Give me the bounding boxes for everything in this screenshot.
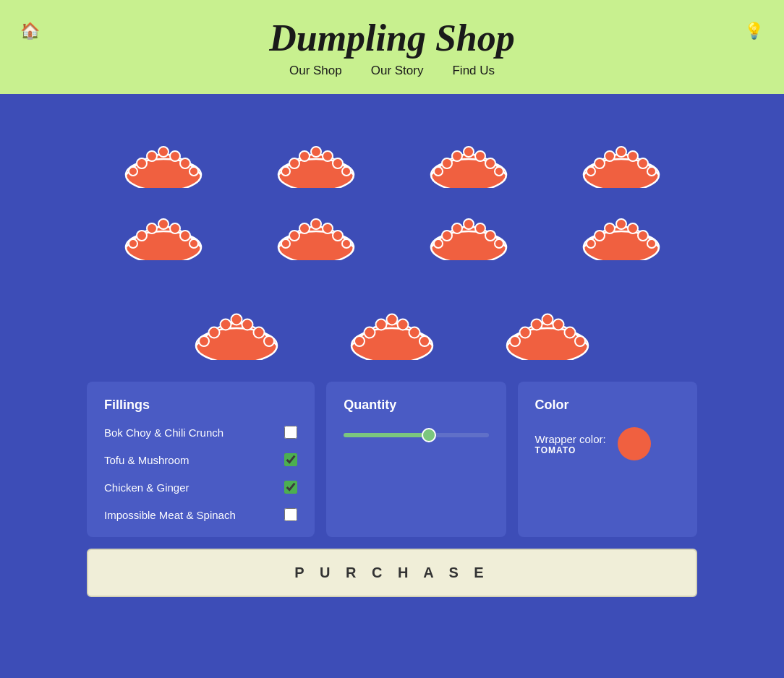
svg-point-83 — [354, 336, 365, 346]
site-header: 🏠 Dumpling Shop Our Shop Our Story Find … — [0, 0, 784, 94]
svg-point-22 — [452, 151, 462, 161]
svg-point-94 — [531, 319, 542, 330]
color-name-label: TOMATO — [535, 445, 606, 455]
purchase-button[interactable]: P U R C H A S E — [87, 549, 697, 597]
fillings-panel: Fillings Bok Choy & Chili Crunch Tofu & … — [87, 382, 315, 537]
svg-point-67 — [605, 223, 615, 233]
filling-checkbox-2[interactable] — [284, 481, 297, 494]
main-content: Fillings Bok Choy & Chili Crunch Tofu & … — [0, 94, 784, 619]
dumpling-item — [545, 130, 697, 188]
dumpling-item — [392, 202, 545, 260]
svg-point-52 — [333, 231, 343, 241]
filling-label-2: Chicken & Ginger — [104, 481, 189, 494]
svg-point-13 — [299, 151, 310, 161]
filling-checkbox-0[interactable] — [284, 426, 297, 439]
svg-point-44 — [189, 239, 198, 248]
svg-point-98 — [575, 336, 585, 346]
filling-item-3: Impossible Meat & Spinach — [104, 508, 297, 521]
svg-point-51 — [323, 223, 333, 233]
svg-point-88 — [409, 327, 419, 338]
svg-point-85 — [375, 319, 386, 330]
color-wrapper-label: Wrapper color: — [535, 433, 606, 445]
nav-our-shop[interactable]: Our Shop — [289, 64, 342, 78]
svg-point-38 — [129, 239, 137, 248]
color-row: Wrapper color: TOMATO — [535, 427, 680, 460]
svg-point-11 — [281, 167, 290, 176]
svg-point-30 — [595, 158, 605, 168]
svg-point-53 — [342, 239, 351, 248]
fillings-title: Fillings — [104, 398, 297, 413]
nav-our-story[interactable]: Our Story — [371, 64, 424, 78]
filling-item-0: Bok Choy & Chili Crunch — [104, 426, 297, 439]
filling-checkbox-3[interactable] — [284, 508, 297, 521]
svg-point-17 — [342, 167, 351, 176]
svg-point-60 — [475, 223, 485, 233]
svg-point-70 — [638, 231, 648, 241]
svg-point-65 — [587, 239, 595, 248]
dumpling-item — [545, 202, 697, 260]
svg-point-12 — [289, 158, 299, 168]
svg-point-14 — [311, 147, 321, 157]
dumpling-item — [392, 130, 545, 188]
svg-point-32 — [616, 147, 626, 157]
svg-point-48 — [289, 231, 299, 241]
settings-icon[interactable]: 💡 — [744, 22, 764, 40]
svg-point-31 — [605, 151, 615, 161]
svg-point-76 — [221, 319, 231, 330]
svg-point-29 — [587, 167, 595, 176]
svg-point-47 — [281, 239, 290, 248]
color-text-group: Wrapper color: TOMATO — [535, 433, 606, 455]
svg-point-39 — [137, 231, 147, 241]
filling-label-0: Bok Choy & Chili Crunch — [104, 426, 223, 439]
svg-point-3 — [137, 158, 147, 168]
svg-point-15 — [323, 151, 333, 161]
quantity-title: Quantity — [344, 398, 488, 413]
svg-point-77 — [231, 314, 242, 325]
svg-point-86 — [386, 314, 397, 325]
color-title: Color — [535, 398, 680, 413]
quantity-slider-container — [344, 427, 488, 440]
svg-point-61 — [485, 231, 495, 241]
color-panel: Color Wrapper color: TOMATO — [518, 382, 697, 537]
quantity-panel: Quantity — [326, 382, 506, 537]
dumplings-row3 — [87, 296, 697, 360]
svg-point-87 — [397, 319, 408, 330]
svg-point-43 — [180, 231, 190, 241]
nav-find-us[interactable]: Find Us — [452, 64, 495, 78]
dumplings-grid-row1 — [87, 116, 697, 275]
home-icon[interactable]: 🏠 — [20, 22, 40, 40]
svg-point-35 — [647, 167, 656, 176]
svg-point-97 — [564, 327, 575, 338]
dumpling-item — [345, 296, 439, 360]
svg-point-23 — [464, 147, 474, 157]
svg-point-56 — [434, 239, 443, 248]
svg-point-96 — [553, 319, 563, 330]
svg-point-21 — [442, 158, 452, 168]
svg-point-49 — [299, 223, 310, 233]
main-nav: Our Shop Our Story Find Us — [289, 64, 495, 78]
page-title: Dumpling Shop — [269, 17, 515, 59]
svg-point-89 — [419, 336, 430, 346]
dumpling-item — [500, 296, 595, 360]
svg-point-75 — [209, 327, 220, 338]
svg-point-16 — [333, 158, 343, 168]
svg-point-74 — [199, 336, 209, 346]
svg-point-2 — [129, 167, 137, 176]
dumpling-item — [239, 202, 392, 260]
dumpling-item — [87, 130, 239, 188]
svg-point-20 — [434, 167, 443, 176]
svg-point-66 — [595, 231, 605, 241]
svg-point-40 — [147, 223, 157, 233]
filling-item-2: Chicken & Ginger — [104, 481, 297, 494]
svg-point-50 — [311, 219, 321, 229]
svg-point-68 — [616, 219, 626, 229]
svg-point-26 — [495, 167, 503, 176]
filling-label-1: Tofu & Mushroom — [104, 454, 189, 466]
color-swatch[interactable] — [618, 427, 651, 460]
svg-point-93 — [519, 327, 530, 338]
svg-point-79 — [254, 327, 265, 338]
svg-point-58 — [452, 223, 462, 233]
filling-checkbox-1[interactable] — [284, 453, 297, 466]
svg-point-69 — [628, 223, 638, 233]
quantity-slider[interactable] — [344, 433, 488, 437]
